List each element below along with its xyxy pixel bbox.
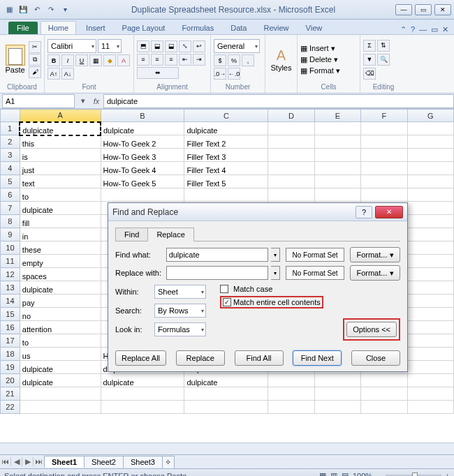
decrease-decimal-icon[interactable]: ←.0: [228, 68, 240, 80]
cell[interactable]: [407, 255, 453, 268]
italic-button[interactable]: I: [61, 54, 74, 66]
cell[interactable]: [268, 149, 314, 162]
cell[interactable]: [407, 268, 453, 281]
undo-icon[interactable]: ↶: [31, 3, 43, 16]
grow-font-icon[interactable]: A↑: [47, 68, 60, 80]
name-box[interactable]: A1: [2, 94, 75, 108]
cell[interactable]: [314, 175, 360, 188]
comma-icon[interactable]: ,: [242, 54, 254, 66]
number-format-combo[interactable]: General: [214, 39, 260, 53]
increase-indent-icon[interactable]: ⇥: [193, 54, 205, 66]
row-header[interactable]: 9: [1, 228, 20, 241]
cell[interactable]: text: [20, 175, 101, 188]
replace-all-button[interactable]: Replace All: [115, 350, 166, 366]
cell[interactable]: [361, 149, 407, 162]
row-header[interactable]: 18: [1, 348, 20, 361]
doc-restore-icon[interactable]: ▭: [431, 25, 438, 34]
cell[interactable]: [184, 188, 268, 202]
doc-minimize-icon[interactable]: —: [419, 25, 427, 34]
cell[interactable]: [407, 149, 453, 162]
cell[interactable]: [361, 122, 407, 135]
row-header[interactable]: 13: [1, 281, 20, 295]
restore-button[interactable]: ▭: [415, 4, 432, 15]
cell[interactable]: [268, 387, 314, 401]
cell[interactable]: [361, 135, 407, 149]
orientation-icon[interactable]: ⤡: [179, 40, 191, 52]
zoom-out-icon[interactable]: −: [376, 472, 381, 477]
cell[interactable]: [361, 387, 407, 401]
sheet-tab-3[interactable]: Sheet3: [123, 456, 163, 468]
align-left-icon[interactable]: ≡: [137, 54, 149, 66]
replace-with-dropdown-icon[interactable]: ▾: [271, 266, 280, 280]
row-header[interactable]: 1: [1, 122, 20, 135]
cell[interactable]: no: [20, 308, 101, 321]
cell[interactable]: [268, 162, 314, 175]
cell[interactable]: these: [20, 241, 101, 255]
cell[interactable]: fill: [20, 215, 101, 228]
row-header[interactable]: 3: [1, 149, 20, 162]
qat-dropdown-icon[interactable]: ▾: [59, 3, 71, 16]
find-format-button[interactable]: Format... ▾: [350, 247, 400, 262]
tab-review[interactable]: Review: [256, 22, 295, 34]
row-header[interactable]: 4: [1, 162, 20, 175]
tab-home[interactable]: Home: [41, 21, 76, 34]
row-header[interactable]: 12: [1, 268, 20, 281]
cell[interactable]: just: [20, 162, 101, 175]
find-next-button[interactable]: Find Next: [293, 350, 342, 366]
row-header[interactable]: 2: [1, 135, 20, 149]
sort-filter-icon[interactable]: ⇅: [377, 40, 390, 52]
cell[interactable]: How-To Geek 4: [101, 162, 184, 175]
lookin-combo[interactable]: Formulas: [154, 322, 206, 336]
sheet-nav-first-icon[interactable]: ⏮: [0, 457, 11, 466]
col-header-B[interactable]: B: [101, 110, 184, 122]
cell[interactable]: [314, 135, 360, 149]
cell[interactable]: [407, 162, 453, 175]
view-pagebreak-icon[interactable]: ▤: [342, 471, 349, 476]
cell[interactable]: dulpicate: [20, 122, 101, 135]
col-header-C[interactable]: C: [184, 110, 268, 122]
align-right-icon[interactable]: ≡: [165, 54, 177, 66]
cell[interactable]: [361, 162, 407, 175]
row-header[interactable]: 20: [1, 374, 20, 387]
cell[interactable]: How-To Geek 5: [101, 175, 184, 188]
font-color-button[interactable]: A: [117, 54, 130, 66]
row-header[interactable]: 17: [1, 334, 20, 348]
cell[interactable]: dulpicate: [20, 361, 101, 374]
cell[interactable]: [407, 374, 453, 387]
cell[interactable]: Filler Text 4: [184, 162, 268, 175]
row-header[interactable]: 14: [1, 295, 20, 308]
cell[interactable]: [361, 188, 407, 202]
align-middle-icon[interactable]: ⬓: [151, 40, 163, 52]
zoom-level[interactable]: 100%: [353, 472, 372, 477]
cell[interactable]: [407, 295, 453, 308]
font-size-combo[interactable]: 11: [98, 39, 122, 53]
options-button[interactable]: Options <<: [346, 322, 397, 337]
search-combo[interactable]: By Rows: [154, 304, 206, 318]
cell[interactable]: this: [20, 135, 101, 149]
percent-icon[interactable]: %: [228, 54, 240, 66]
fx-icon[interactable]: fx: [89, 97, 103, 105]
cell[interactable]: [268, 122, 314, 135]
col-header-F[interactable]: F: [361, 110, 407, 122]
formula-bar[interactable]: dulpicate: [103, 94, 454, 108]
cell[interactable]: [314, 401, 360, 414]
replace-with-input[interactable]: [166, 266, 268, 280]
cell[interactable]: Filler Text 3: [184, 149, 268, 162]
cell[interactable]: dulpicate: [101, 122, 184, 135]
cell[interactable]: [407, 387, 453, 401]
delete-cells-button[interactable]: ▦ Delete ▾: [300, 55, 338, 64]
styles-button[interactable]: AStyles: [268, 38, 294, 81]
cell[interactable]: dulpicate: [184, 122, 268, 135]
cell[interactable]: attention: [20, 321, 101, 334]
dialog-close-button-2[interactable]: Close: [351, 350, 400, 366]
dialog-help-icon[interactable]: ?: [356, 206, 372, 218]
paste-button[interactable]: Paste: [3, 38, 27, 81]
row-header[interactable]: 6: [1, 188, 20, 202]
autosum-icon[interactable]: Σ: [363, 40, 376, 52]
cell[interactable]: [407, 334, 453, 348]
cell[interactable]: [268, 374, 314, 387]
align-bottom-icon[interactable]: ⬓: [165, 40, 177, 52]
cell[interactable]: is: [20, 149, 101, 162]
cell[interactable]: How-To Geek 2: [101, 135, 184, 149]
currency-icon[interactable]: $: [214, 54, 226, 66]
